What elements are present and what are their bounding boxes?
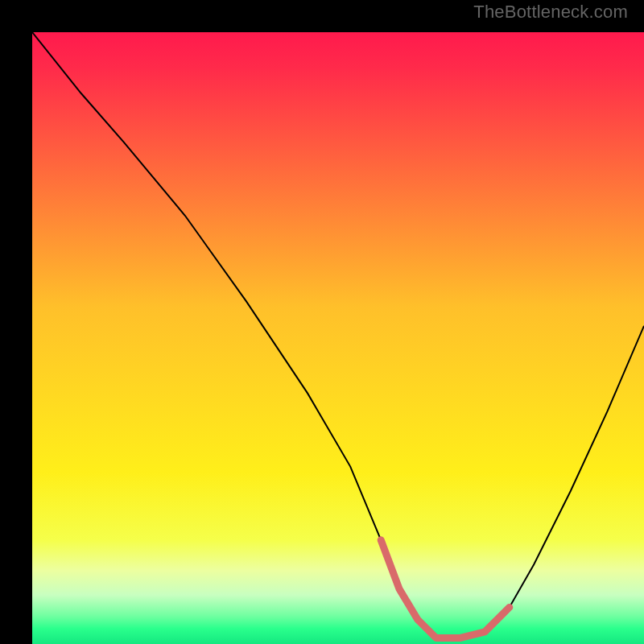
- watermark-text: TheBottleneck.com: [473, 2, 628, 23]
- chart-frame: [16, 16, 628, 628]
- chart-background: [32, 32, 644, 644]
- bottleneck-chart: [32, 32, 644, 644]
